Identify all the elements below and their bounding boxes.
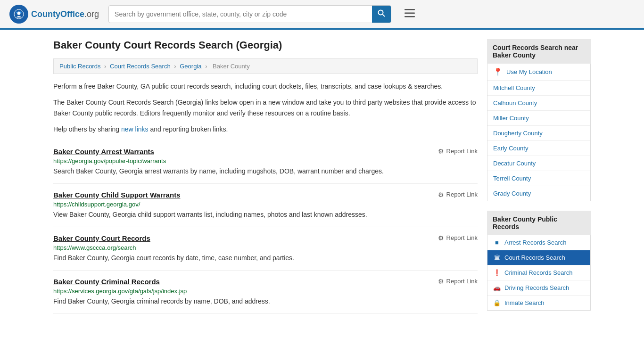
- sidebar: Court Records Search near Baker County 📍…: [487, 39, 591, 320]
- report-icon: ⚙: [438, 278, 444, 285]
- public-records-link-label-2: Criminal Records Search: [504, 269, 573, 276]
- public-records-icon-4: 🔒: [493, 299, 501, 306]
- nearby-link-3[interactable]: Dougherty County: [487, 126, 590, 141]
- result-item: Baker County Criminal Records ⚙ Report L…: [53, 271, 478, 314]
- breadcrumb-current: Baker County: [213, 63, 250, 70]
- location-icon: 📍: [493, 67, 503, 76]
- nearby-section: Court Records Search near Baker County 📍…: [487, 39, 591, 201]
- svg-point-3: [20, 12, 22, 13]
- public-records-link-label-1: Court Records Search: [504, 254, 565, 261]
- result-desc-2: Find Baker County, Georgia court records…: [53, 253, 478, 263]
- public-records-link-label-0: Arrest Records Search: [504, 239, 567, 246]
- result-url-1[interactable]: https://childsupport.georgia.gov/: [53, 201, 478, 208]
- nearby-section-title: Court Records Search near Baker County: [487, 39, 591, 64]
- public-records-icon-3: 🚗: [493, 284, 501, 291]
- report-link-button-3[interactable]: ⚙ Report Link: [438, 278, 478, 285]
- search-button[interactable]: [372, 6, 391, 23]
- result-title-0[interactable]: Baker County Arrest Warrants: [53, 148, 154, 156]
- report-link-button-0[interactable]: ⚙ Report Link: [438, 148, 478, 155]
- description-1: Perform a free Baker County, GA public c…: [53, 81, 478, 91]
- public-records-link-0[interactable]: ■Arrest Records Search: [487, 235, 590, 250]
- content-area: Baker County Court Records Search (Georg…: [53, 39, 478, 320]
- breadcrumb-court-records-search[interactable]: Court Records Search: [110, 63, 171, 70]
- report-icon: ⚙: [438, 148, 444, 155]
- public-records-link-1[interactable]: 🏛Court Records Search: [487, 250, 590, 265]
- search-input[interactable]: [109, 7, 372, 22]
- search-bar: [108, 5, 391, 23]
- use-my-location[interactable]: 📍 Use My Location: [487, 64, 590, 81]
- nearby-link-7[interactable]: Grady County: [487, 186, 590, 201]
- logo[interactable]: CountyOffice.org: [9, 5, 99, 24]
- svg-line-5: [383, 15, 385, 17]
- svg-point-4: [379, 10, 383, 15]
- report-icon: ⚙: [438, 191, 444, 198]
- nearby-link-0[interactable]: Mitchell County: [487, 81, 590, 96]
- new-links-link[interactable]: new links: [121, 125, 149, 133]
- page-title: Baker County Court Records Search (Georg…: [53, 39, 478, 51]
- svg-point-2: [17, 12, 18, 13]
- description-2: The Baker County Court Records Search (G…: [53, 97, 478, 118]
- logo-icon: [9, 5, 28, 24]
- svg-rect-8: [405, 16, 415, 17]
- nearby-link-2[interactable]: Miller County: [487, 111, 590, 126]
- report-link-label: Report Link: [446, 191, 478, 198]
- svg-point-1: [17, 12, 21, 15]
- logo-text: CountyOffice.org: [31, 9, 99, 19]
- result-url-0[interactable]: https://georgia.gov/popular-topic/warran…: [53, 157, 478, 165]
- use-location-label: Use My Location: [506, 68, 552, 75]
- breadcrumb: Public Records › Court Records Search › …: [53, 58, 478, 74]
- results-list: Baker County Arrest Warrants ⚙ Report Li…: [53, 140, 478, 314]
- result-title-2[interactable]: Baker County Court Records: [53, 234, 150, 242]
- public-records-section: Baker County Public Records ■Arrest Reco…: [487, 211, 591, 311]
- public-records-link-4[interactable]: 🔒Inmate Search: [487, 296, 590, 310]
- svg-rect-7: [405, 13, 415, 14]
- public-records-icon-0: ■: [493, 239, 501, 246]
- description-3: Help others by sharing new links and rep…: [53, 124, 478, 134]
- menu-button[interactable]: [401, 6, 419, 22]
- public-records-links: ■Arrest Records Search🏛Court Records Sea…: [487, 235, 591, 311]
- nearby-link-5[interactable]: Decatur County: [487, 156, 590, 171]
- report-link-label: Report Link: [446, 234, 478, 241]
- nearby-link-1[interactable]: Calhoun County: [487, 96, 590, 111]
- public-records-icon-1: 🏛: [493, 254, 501, 261]
- breadcrumb-public-records[interactable]: Public Records: [59, 63, 100, 70]
- nearby-link-6[interactable]: Terrell County: [487, 171, 590, 186]
- nearby-link-4[interactable]: Early County: [487, 141, 590, 156]
- result-title-1[interactable]: Baker County Child Support Warrants: [53, 191, 180, 199]
- report-link-button-1[interactable]: ⚙ Report Link: [438, 191, 478, 198]
- report-icon: ⚙: [438, 234, 444, 242]
- report-link-label: Report Link: [446, 278, 478, 285]
- public-records-link-label-3: Driving Records Search: [504, 284, 569, 291]
- result-desc-1: View Baker County, Georgia child support…: [53, 210, 478, 220]
- result-desc-0: Search Baker County, Georgia arrest warr…: [53, 166, 478, 176]
- result-desc-3: Find Baker County, Georgia criminal reco…: [53, 296, 478, 306]
- nearby-links: 📍 Use My Location Mitchell CountyCalhoun…: [487, 64, 591, 201]
- breadcrumb-georgia[interactable]: Georgia: [180, 63, 201, 70]
- result-item: Baker County Child Support Warrants ⚙ Re…: [53, 184, 478, 227]
- result-url-2[interactable]: https://www.gsccca.org/search: [53, 244, 478, 251]
- result-title-3[interactable]: Baker County Criminal Records: [53, 278, 160, 286]
- report-link-label: Report Link: [446, 148, 478, 155]
- svg-rect-6: [405, 9, 415, 10]
- public-records-link-label-4: Inmate Search: [504, 299, 545, 306]
- public-records-section-title: Baker County Public Records: [487, 211, 591, 235]
- public-records-link-3[interactable]: 🚗Driving Records Search: [487, 280, 590, 296]
- result-item: Baker County Court Records ⚙ Report Link…: [53, 227, 478, 271]
- public-records-icon-2: ❗: [493, 269, 501, 276]
- public-records-link-2[interactable]: ❗Criminal Records Search: [487, 265, 590, 280]
- report-link-button-2[interactable]: ⚙ Report Link: [438, 234, 478, 242]
- result-item: Baker County Arrest Warrants ⚙ Report Li…: [53, 140, 478, 184]
- result-url-3[interactable]: https://services.georgia.gov/gta/gafs/js…: [53, 288, 478, 295]
